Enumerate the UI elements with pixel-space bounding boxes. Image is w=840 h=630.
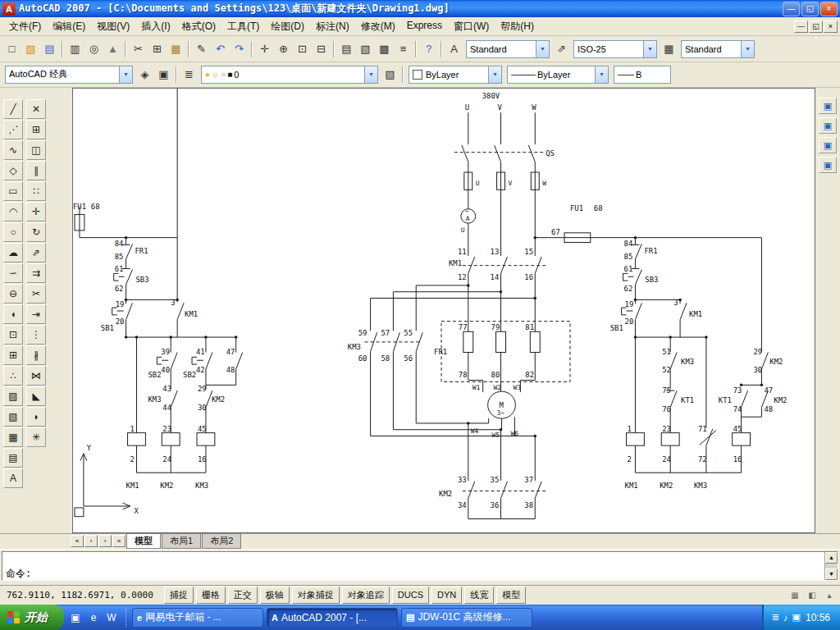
menu-draw[interactable]: 绘图(D): [265, 18, 310, 35]
plot-preview-icon[interactable]: ◎: [84, 40, 103, 58]
open-icon[interactable]: ▨: [21, 40, 40, 58]
plot-icon[interactable]: ▥: [66, 40, 84, 58]
offset-icon[interactable]: ∥: [26, 161, 46, 180]
toggle-model[interactable]: 模型: [496, 587, 526, 604]
match-properties-icon[interactable]: ✎: [192, 40, 211, 58]
text-style-combo[interactable]: Standard▼: [466, 40, 550, 58]
lineweight-combo[interactable]: —— B: [614, 66, 671, 84]
toggle-ducs[interactable]: DUCS: [392, 587, 429, 604]
dim-style-combo[interactable]: ISO-25▼: [573, 40, 657, 58]
toggle-polar[interactable]: 极轴: [260, 587, 290, 604]
pan-icon[interactable]: ✛: [255, 40, 274, 58]
array-icon[interactable]: ∷: [26, 181, 46, 201]
menu-tools[interactable]: 工具(T): [221, 18, 265, 35]
3d-views-icon[interactable]: ▣: [819, 117, 837, 134]
menu-edit[interactable]: 编辑(E): [47, 18, 91, 35]
revision-cloud-icon[interactable]: ☁: [3, 243, 23, 262]
toggle-ortho[interactable]: 正交: [228, 587, 258, 604]
rotate-icon[interactable]: ↻: [26, 222, 46, 242]
polygon-icon[interactable]: ◇: [3, 161, 23, 180]
tab-first-icon[interactable]: «: [71, 535, 84, 547]
menu-window[interactable]: 窗口(W): [448, 18, 495, 35]
fillet-icon[interactable]: ◗: [26, 407, 46, 427]
tray-volume-icon[interactable]: ♪: [783, 612, 788, 623]
menu-express[interactable]: Express: [401, 18, 448, 35]
menu-file[interactable]: 文件(F): [3, 18, 47, 35]
task-jdw[interactable]: ▤JDW-01C 高级维修...: [401, 608, 532, 628]
toggle-osnap[interactable]: 对象捕捉: [292, 587, 340, 604]
chamfer-icon[interactable]: ◣: [26, 386, 46, 406]
construction-line-icon[interactable]: ⋰: [3, 120, 23, 139]
named-views-icon[interactable]: ▣: [819, 98, 837, 114]
word-icon[interactable]: W: [103, 609, 120, 626]
tab-prev-icon[interactable]: ‹: [84, 535, 98, 547]
mdi-minimize-button[interactable]: —: [794, 21, 808, 33]
toggle-lwt[interactable]: 线宽: [464, 587, 494, 604]
move-icon[interactable]: ✛: [26, 202, 46, 221]
toggle-grid[interactable]: 栅格: [196, 587, 226, 604]
drawing-canvas[interactable]: 380VUVWQSUVW~AU111315KM112141667FU168595…: [72, 88, 815, 533]
start-button[interactable]: 开始: [0, 605, 64, 630]
spline-icon[interactable]: ∽: [3, 263, 23, 283]
internet-explorer-icon[interactable]: e: [85, 609, 102, 626]
undo-icon[interactable]: ↶: [211, 40, 230, 58]
tool-palettes-icon[interactable]: ▩: [375, 40, 394, 58]
join-icon[interactable]: ⋈: [26, 366, 46, 386]
copy-clip-icon[interactable]: ⊞: [148, 40, 167, 58]
menu-help[interactable]: 帮助(H): [495, 18, 540, 35]
toggle-otrack[interactable]: 对象追踪: [342, 587, 390, 604]
properties-icon[interactable]: ▤: [337, 40, 356, 58]
color-combo[interactable]: ByLayer ▼: [409, 66, 502, 84]
point-icon[interactable]: ∴: [3, 366, 23, 386]
text-style-icon[interactable]: A: [445, 40, 463, 58]
hatch-icon[interactable]: ▨: [3, 386, 23, 406]
quickcalc-icon[interactable]: ≡: [394, 40, 413, 58]
task-mail[interactable]: e网易电子邮箱 - ...: [132, 608, 263, 628]
line-icon[interactable]: ╱: [3, 99, 23, 119]
task-autocad[interactable]: AAutoCAD 2007 - [...: [267, 608, 398, 628]
rectangle-icon[interactable]: ▭: [3, 181, 23, 201]
dim-style-icon[interactable]: ⇗: [552, 40, 571, 58]
mdi-close-button[interactable]: ×: [824, 21, 838, 33]
publish-icon[interactable]: ▲: [103, 40, 122, 58]
workspace-settings-icon[interactable]: ◈: [135, 66, 154, 84]
circle-icon[interactable]: ○: [3, 222, 23, 242]
extend-icon[interactable]: ⇥: [26, 304, 46, 324]
insert-block-icon[interactable]: ⊡: [3, 325, 23, 345]
help-icon[interactable]: ?: [419, 40, 438, 58]
menu-insert[interactable]: 插入(I): [135, 18, 176, 35]
layer-combo[interactable]: ●☼○■ 0 ▼: [201, 66, 378, 84]
menu-modify[interactable]: 修改(M): [355, 18, 401, 35]
linetype-combo[interactable]: ——— ByLayer ▼: [507, 66, 609, 84]
menu-dimension[interactable]: 标注(N): [310, 18, 355, 35]
designcenter-icon[interactable]: ▧: [356, 40, 375, 58]
mirror-icon[interactable]: ◫: [26, 140, 46, 160]
menu-view[interactable]: 视图(V): [91, 18, 135, 35]
tab-last-icon[interactable]: »: [112, 535, 126, 547]
arc-icon[interactable]: ◠: [3, 202, 23, 221]
redo-icon[interactable]: ↷: [230, 40, 249, 58]
restore-button[interactable]: ◱: [801, 2, 819, 16]
zoom-realtime-icon[interactable]: ⊕: [274, 40, 293, 58]
orbit-icon[interactable]: ▣: [819, 157, 837, 173]
make-block-icon[interactable]: ⊞: [3, 345, 23, 365]
minimize-button[interactable]: —: [783, 2, 800, 16]
tab-layout2[interactable]: 布局2: [202, 533, 241, 549]
toggle-snap[interactable]: 捕捉: [164, 587, 194, 604]
scale-icon[interactable]: ⇗: [26, 243, 46, 262]
multiline-text-icon[interactable]: A: [3, 468, 23, 488]
annotation-icon[interactable]: ▦: [788, 588, 802, 602]
trim-icon[interactable]: ✂: [26, 284, 46, 304]
command-scrollbar[interactable]: ▲ ▼: [824, 552, 838, 580]
stretch-icon[interactable]: ⇉: [26, 263, 46, 283]
layer-properties-icon[interactable]: ≣: [180, 66, 199, 84]
ellipse-arc-icon[interactable]: ◖: [3, 304, 23, 324]
copy-icon[interactable]: ⊞: [26, 120, 46, 139]
mdi-restore-button[interactable]: ◱: [809, 21, 823, 33]
save-workspace-icon[interactable]: ▣: [154, 66, 173, 84]
visual-styles-icon[interactable]: ▣: [819, 137, 837, 153]
make-layer-current-icon[interactable]: ▧: [381, 66, 399, 84]
polyline-icon[interactable]: ∿: [3, 140, 23, 160]
break-at-point-icon[interactable]: ⋮: [26, 325, 46, 345]
tab-model[interactable]: 模型: [126, 533, 161, 549]
